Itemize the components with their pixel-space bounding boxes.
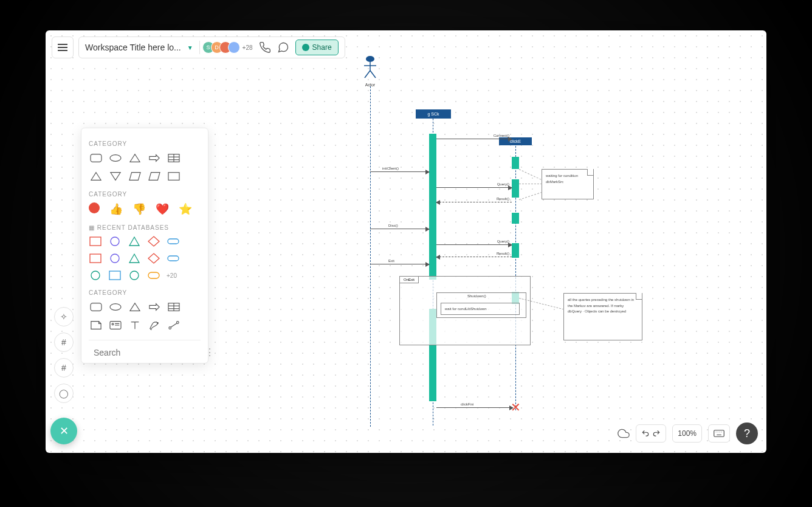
shape-connector[interactable] [167, 319, 181, 331]
msg-query1[interactable]: Query() [436, 187, 512, 188]
db-shape-red-rect[interactable] [89, 236, 102, 247]
tool-star[interactable]: ✧ [54, 307, 74, 326]
db-shape-blue-rect[interactable] [108, 270, 122, 281]
shape-rect[interactable] [167, 170, 181, 182]
db-shape-red-rect-2[interactable] [89, 253, 102, 264]
undo-redo[interactable] [636, 424, 666, 443]
close-panel-button[interactable]: ✕ [50, 418, 77, 444]
call-icon[interactable] [259, 41, 271, 53]
sticker-red-dot[interactable] [89, 202, 100, 213]
db-shape-green-circle[interactable] [89, 270, 102, 281]
shape-table[interactable] [167, 152, 181, 164]
msg-disc[interactable]: Disc() [370, 229, 429, 229]
svg-point-13 [91, 271, 100, 280]
svg-rect-16 [148, 272, 159, 278]
category-heading-3: ▦ RECENT DATABASES [89, 224, 201, 231]
redo-icon [652, 429, 661, 438]
tool-shapes[interactable]: ◯ [54, 384, 74, 403]
activation-2[interactable] [512, 157, 519, 169]
search-input[interactable] [94, 348, 200, 357]
db-shape-red-diamond[interactable] [147, 236, 160, 247]
menu-button[interactable] [52, 36, 74, 58]
activation-5[interactable] [512, 243, 519, 258]
msg-result2[interactable]: Result() [436, 257, 512, 257]
share-button[interactable]: Share [295, 40, 339, 55]
globe-icon [302, 44, 309, 51]
db-shape-yellow-pill[interactable] [147, 270, 160, 281]
comment-icon[interactable] [277, 41, 289, 53]
shape-card[interactable] [108, 319, 123, 331]
svg-rect-10 [90, 254, 101, 263]
db-shape-blue-pill[interactable] [167, 236, 180, 247]
shape-text[interactable] [128, 319, 142, 331]
db-shape-green-triangle[interactable] [128, 236, 141, 247]
activation-4[interactable] [512, 213, 519, 224]
shape-pen[interactable] [147, 319, 162, 331]
svg-point-1 [110, 155, 121, 162]
more-shapes-count[interactable]: +20 [167, 270, 181, 281]
bottom-bar: 100% ? [618, 422, 758, 444]
tool-grid[interactable]: # [54, 358, 74, 378]
title-block: Workspace Title here lo... ▼ S D +28 Sha… [78, 36, 345, 58]
keyboard-icon[interactable] [708, 424, 730, 443]
tool-frame[interactable]: # [54, 333, 74, 352]
collaborator-avatars[interactable]: S D +28 [206, 41, 253, 53]
note-2[interactable]: all the queries preceding the shutdown i… [563, 293, 642, 340]
lifeline-box-gsck[interactable]: g SCk [416, 109, 451, 119]
shape-triangle-down[interactable] [108, 170, 123, 182]
shape-table-2[interactable] [167, 301, 181, 313]
shape-triangle-2[interactable] [128, 301, 142, 313]
shape-ellipse-2[interactable] [108, 301, 123, 313]
shape-note[interactable] [89, 319, 103, 331]
shapes-panel: CATEGORY CATEGORY 👍 👎 ❤️ ⭐ ▦ RECENT DATA… [81, 128, 208, 364]
shape-rounded-rect[interactable] [89, 152, 103, 164]
activation-3[interactable] [512, 179, 519, 198]
cloud-icon[interactable] [618, 427, 630, 440]
chevron-down-icon[interactable]: ▼ [187, 44, 193, 51]
svg-rect-0 [91, 154, 102, 162]
shape-ellipse[interactable] [108, 152, 123, 164]
msg-result1[interactable]: Result() [436, 202, 512, 202]
shape-parallelogram[interactable] [128, 170, 142, 182]
note-1[interactable]: waiting for condition dbMarkSrc [542, 169, 594, 199]
db-shape-purple-circle[interactable] [108, 236, 122, 247]
msg-exit[interactable]: Exit [370, 264, 429, 264]
msg-query2[interactable]: Query() [436, 244, 512, 245]
zoom-level[interactable]: 100% [672, 424, 702, 443]
svg-point-29 [177, 322, 179, 324]
help-button[interactable]: ? [736, 422, 758, 444]
more-options-icon[interactable]: ⋮ [205, 347, 215, 358]
db-shape-blue-pill-2[interactable] [167, 253, 180, 264]
msg-initclient[interactable]: initClient() [370, 171, 429, 172]
svg-point-18 [110, 304, 121, 311]
destroy-marker[interactable]: ✕ [511, 400, 521, 415]
svg-rect-14 [109, 271, 120, 280]
shape-triangle[interactable] [128, 152, 142, 164]
workspace-title[interactable]: Workspace Title here lo... [85, 43, 181, 52]
avatar-overflow-count: +28 [243, 44, 253, 51]
svg-point-11 [111, 254, 119, 263]
db-shape-red-diamond-2[interactable] [147, 253, 160, 264]
shape-rounded-rect-2[interactable] [89, 301, 103, 313]
fragment-onexit[interactable]: OnExit Shutdown() wait for condLibShutdo… [399, 276, 531, 345]
sticker-star[interactable]: ⭐ [179, 202, 192, 216]
msg-final[interactable]: clickFini [436, 407, 513, 408]
db-shape-green-circle-2[interactable] [128, 270, 141, 281]
msg-connect[interactable]: Connect() [436, 139, 512, 139]
db-shape-green-triangle-2[interactable] [128, 253, 141, 264]
shape-parallelogram-2[interactable] [147, 170, 162, 182]
sticker-heart[interactable]: ❤️ [156, 202, 169, 216]
lifeline-actor[interactable] [370, 86, 371, 427]
svg-point-24 [112, 323, 114, 325]
svg-line-30 [171, 323, 177, 327]
sticker-thumbs-up[interactable]: 👍 [109, 202, 123, 216]
actor-node[interactable]: Actor [360, 56, 380, 87]
sticker-thumbs-down[interactable]: 👎 [132, 202, 146, 216]
fragment-label: OnExit [400, 277, 419, 283]
app-window: Workspace Title here lo... ▼ S D +28 Sha… [46, 30, 766, 453]
category-heading-2: CATEGORY [89, 191, 201, 198]
shape-arrow-right-2[interactable] [147, 301, 162, 313]
shape-arrow-right[interactable] [147, 152, 162, 164]
shape-triangle-up[interactable] [89, 170, 103, 182]
db-shape-purple-circle-2[interactable] [108, 253, 122, 264]
